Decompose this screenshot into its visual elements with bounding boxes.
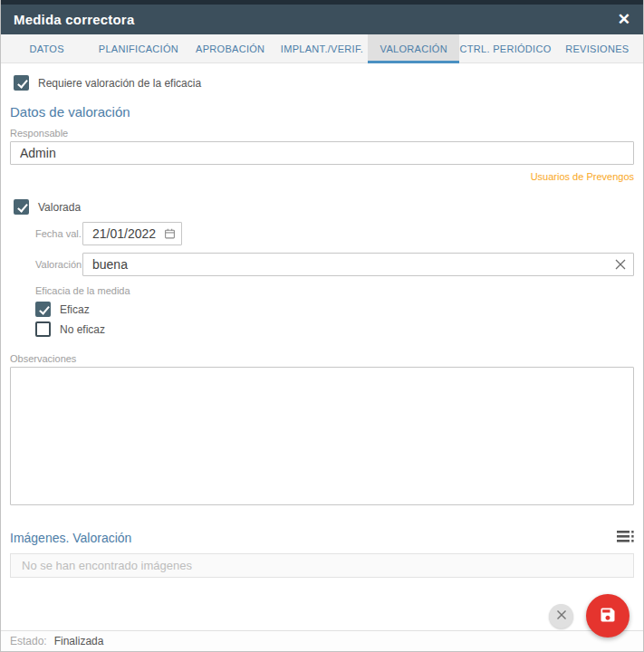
valoracion-label: Valoración	[35, 259, 82, 270]
save-icon	[599, 606, 617, 627]
fecha-val-field	[82, 222, 182, 245]
medida-correctora-dialog: Medida correctora ✕ DATOS PLANIFICACIÓN …	[0, 0, 644, 652]
close-icon[interactable]: ✕	[618, 12, 630, 27]
imagenes-heading-row: Imágenes. Valoración	[10, 530, 634, 546]
no-eficaz-checkbox[interactable]	[35, 321, 51, 337]
imagenes-empty-box: No se han encontrado imágenes	[10, 553, 634, 578]
section-heading-datos-valoracion: Datos de valoración	[10, 104, 634, 120]
fecha-val-label: Fecha val.	[35, 228, 82, 239]
dialog-titlebar: Medida correctora ✕	[1, 5, 643, 34]
tab-ctrl-periodico[interactable]: CTRL. PERIÓDICO	[459, 34, 551, 62]
tab-content: Requiere valoración de la eficacia Datos…	[1, 75, 643, 578]
cancel-x-icon	[556, 609, 567, 623]
imagenes-empty-text: No se han encontrado imágenes	[22, 559, 192, 572]
cancel-button[interactable]	[549, 604, 573, 628]
valorada-label: Valorada	[38, 201, 81, 214]
fecha-val-row: Fecha val.	[35, 222, 634, 245]
observaciones-textarea[interactable]	[10, 367, 634, 505]
valoracion-row: Valoración	[35, 253, 634, 276]
responsable-input[interactable]	[10, 141, 634, 165]
valorada-row: Valorada	[14, 199, 634, 215]
eficaz-label: Eficaz	[60, 303, 90, 316]
estado-value: Finalizada	[54, 635, 104, 647]
observaciones-label: Observaciones	[10, 353, 634, 364]
valoracion-input[interactable]	[82, 253, 634, 276]
eficacia-group-label: Eficacia de la medida	[35, 285, 634, 296]
clear-icon[interactable]	[614, 258, 627, 274]
requiere-valoracion-row: Requiere valoración de la eficacia	[14, 75, 634, 91]
calendar-icon[interactable]	[164, 227, 176, 244]
tab-datos[interactable]: DATOS	[1, 34, 92, 62]
requiere-valoracion-checkbox[interactable]	[14, 75, 29, 91]
active-tab-underline	[368, 61, 459, 63]
valorada-checkbox[interactable]	[14, 199, 29, 215]
eficaz-row: Eficaz	[35, 302, 634, 317]
usuarios-prevengos-link[interactable]: Usuarios de Prevengos	[531, 171, 634, 182]
action-buttons	[549, 594, 630, 638]
status-bar: Estado: Finalizada	[1, 630, 643, 651]
responsable-label: Responsable	[10, 128, 634, 139]
no-eficaz-row: No eficaz	[35, 321, 634, 337]
tab-revisiones[interactable]: REVISIONES	[552, 34, 643, 62]
no-eficaz-label: No eficaz	[60, 323, 105, 336]
tab-planificacion[interactable]: PLANIFICACIÓN	[92, 34, 184, 62]
tab-implant-verif[interactable]: IMPLANT./VERIF.	[276, 34, 368, 62]
tab-bar: DATOS PLANIFICACIÓN APROBACIÓN IMPLANT./…	[1, 34, 643, 63]
estado-label: Estado:	[10, 635, 47, 647]
tab-valoracion[interactable]: VALORACIÓN	[368, 34, 459, 62]
tab-aprobacion[interactable]: APROBACIÓN	[185, 34, 276, 62]
save-button[interactable]	[586, 594, 630, 638]
image-list-menu-icon[interactable]	[617, 530, 634, 546]
imagenes-heading: Imágenes. Valoración	[10, 531, 131, 545]
requiere-valoracion-label: Requiere valoración de la eficacia	[38, 77, 201, 90]
eficaz-checkbox[interactable]	[35, 302, 51, 317]
responsable-link-row: Usuarios de Prevengos	[10, 168, 634, 184]
dialog-title: Medida correctora	[14, 12, 134, 27]
valoracion-field	[82, 253, 634, 276]
